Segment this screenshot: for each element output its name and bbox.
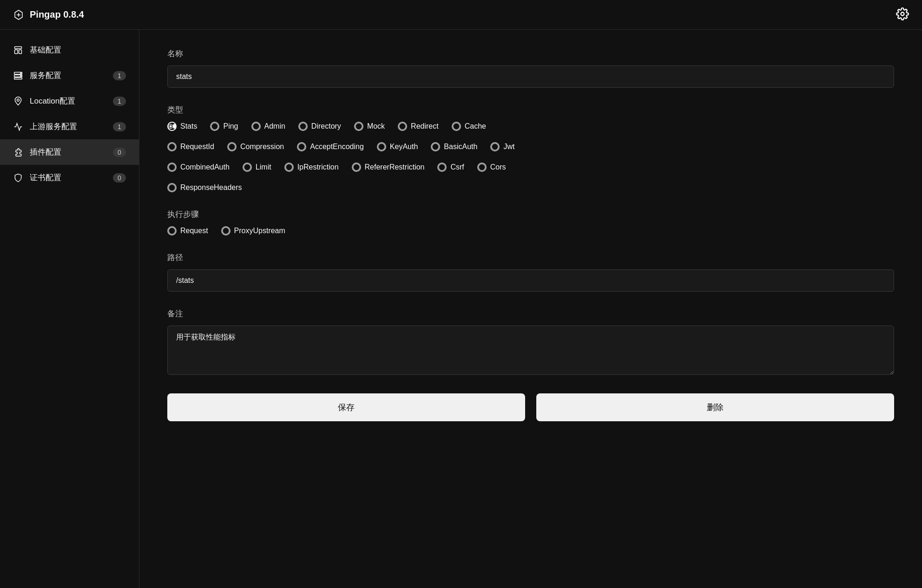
radio-cors-circle <box>477 163 487 172</box>
sidebar-item-upstream-label: 上游服务配置 <box>30 121 77 132</box>
radio-acceptencoding-label: AcceptEncoding <box>310 143 364 151</box>
radio-basicauth-label: BasicAuth <box>444 143 477 151</box>
radio-directory[interactable]: Directory <box>298 122 341 131</box>
button-row: 保存 删除 <box>167 393 894 421</box>
radio-jwt[interactable]: Jwt <box>490 142 514 151</box>
radio-referrerrestriction[interactable]: RefererRestriction <box>352 163 425 172</box>
radio-referrerrestriction-label: RefererRestriction <box>365 163 425 171</box>
radio-iprestriction[interactable]: IpRestriction <box>284 163 339 172</box>
radio-proxyupstream-circle <box>221 226 230 235</box>
radio-cache-label: Cache <box>465 122 486 131</box>
radio-responseheaders-label: ResponseHeaders <box>180 183 242 192</box>
radio-proxyupstream-icon <box>222 227 230 235</box>
radio-limit[interactable]: Limit <box>243 163 271 172</box>
radio-responseheaders[interactable]: ResponseHeaders <box>167 183 242 192</box>
svg-point-20 <box>298 144 305 150</box>
radio-compression[interactable]: Compression <box>227 142 284 151</box>
radio-ping-label: Ping <box>223 122 238 131</box>
radio-request-icon <box>168 227 176 235</box>
sidebar-item-basic-left: 基础配置 <box>13 45 61 55</box>
delete-button[interactable]: 删除 <box>536 393 894 421</box>
form-type-section: 类型 Stats <box>167 105 894 192</box>
radio-basicauth-circle <box>431 142 440 151</box>
svg-point-11 <box>170 125 172 127</box>
radio-proxyupstream[interactable]: ProxyUpstream <box>221 226 285 235</box>
radio-requestid[interactable]: RequestId <box>167 142 214 151</box>
radio-stats[interactable]: Stats <box>167 122 197 131</box>
radio-mock[interactable]: Mock <box>354 122 385 131</box>
svg-point-18 <box>169 144 175 150</box>
radio-acceptencoding[interactable]: AcceptEncoding <box>297 142 364 151</box>
sidebar-item-plugin-badge: 0 <box>113 148 126 157</box>
sidebar-item-service[interactable]: 服务配置 1 <box>0 63 139 88</box>
radio-redirect[interactable]: Redirect <box>398 122 439 131</box>
radio-combinedauth-icon <box>168 163 176 171</box>
radio-cors-icon <box>478 163 486 171</box>
sidebar-item-plugin[interactable]: 插件配置 0 <box>0 139 139 165</box>
settings-button[interactable] <box>896 7 909 22</box>
radio-requestid-circle <box>167 142 177 151</box>
radio-basicauth[interactable]: BasicAuth <box>431 142 477 151</box>
svg-point-8 <box>20 75 21 76</box>
sidebar: 基础配置 服务配置 1 Location配置 1 <box>0 30 139 588</box>
layout-icon <box>13 45 23 55</box>
step-label: 执行步骤 <box>167 209 894 220</box>
radio-request[interactable]: Request <box>167 226 208 235</box>
radio-csrf-label: Csrf <box>450 163 464 171</box>
form-name-section: 名称 <box>167 48 894 88</box>
radio-cache[interactable]: Cache <box>452 122 486 131</box>
radio-combinedauth[interactable]: CombinedAuth <box>167 163 230 172</box>
sidebar-item-cert-badge: 0 <box>113 173 126 183</box>
radio-stats-circle <box>167 122 177 131</box>
radio-keyauth[interactable]: KeyAuth <box>377 142 418 151</box>
radio-mock-icon <box>355 122 362 131</box>
sidebar-item-upstream-badge: 1 <box>113 122 126 131</box>
remark-textarea[interactable]: 用于获取性能指标 <box>167 326 894 375</box>
svg-point-7 <box>20 72 21 73</box>
name-label: 名称 <box>167 48 894 59</box>
svg-rect-2 <box>15 50 18 53</box>
save-button[interactable]: 保存 <box>167 393 525 421</box>
radio-compression-label: Compression <box>240 143 284 151</box>
content-area: 名称 类型 Stats <box>139 30 922 588</box>
radio-requestid-label: RequestId <box>180 143 214 151</box>
radio-jwt-label: Jwt <box>503 143 514 151</box>
svg-point-25 <box>244 164 250 170</box>
radio-compression-circle <box>227 142 237 151</box>
location-icon <box>13 96 23 106</box>
radio-ping[interactable]: Ping <box>210 122 238 131</box>
sidebar-item-cert-label: 证书配置 <box>30 172 61 183</box>
svg-point-24 <box>169 164 175 170</box>
radio-referrerrestriction-circle <box>352 163 361 172</box>
plugin-icon <box>13 147 23 157</box>
radio-ping-icon <box>211 122 218 131</box>
sidebar-item-location-badge: 1 <box>113 97 126 106</box>
path-input[interactable] <box>167 269 894 292</box>
sidebar-item-cert[interactable]: 证书配置 0 <box>0 165 139 190</box>
radio-ping-circle <box>210 122 219 131</box>
svg-point-27 <box>353 164 359 170</box>
radio-cors[interactable]: Cors <box>477 163 506 172</box>
radio-responseheaders-icon <box>168 183 176 192</box>
radio-directory-label: Directory <box>311 122 341 131</box>
radio-acceptencoding-circle <box>297 142 306 151</box>
radio-responseheaders-circle <box>167 183 177 192</box>
radio-admin[interactable]: Admin <box>251 122 285 131</box>
sidebar-item-upstream[interactable]: 上游服务配置 1 <box>0 114 139 139</box>
name-input[interactable] <box>167 65 894 88</box>
sidebar-item-basic[interactable]: 基础配置 <box>0 37 139 63</box>
svg-point-22 <box>432 144 439 150</box>
radio-csrf[interactable]: Csrf <box>437 163 464 172</box>
header: Pingap 0.8.4 <box>0 0 922 30</box>
radio-referrerrestriction-icon <box>353 163 360 171</box>
form-remark-section: 备注 用于获取性能指标 <box>167 308 894 377</box>
sidebar-item-location[interactable]: Location配置 1 <box>0 88 139 114</box>
radio-csrf-icon <box>438 163 446 171</box>
radio-keyauth-circle <box>377 142 386 151</box>
svg-point-31 <box>169 228 175 234</box>
sidebar-item-plugin-label: 插件配置 <box>30 147 61 157</box>
svg-point-17 <box>453 123 459 130</box>
radio-csrf-circle <box>437 163 447 172</box>
radio-admin-circle <box>251 122 261 131</box>
radio-combinedauth-label: CombinedAuth <box>180 163 230 171</box>
